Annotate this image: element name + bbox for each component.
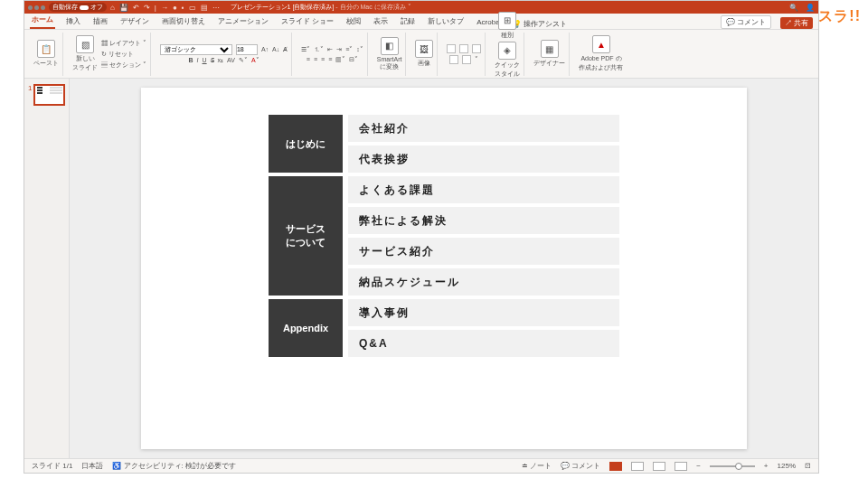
undo-icon[interactable]: ↶ <box>133 4 139 12</box>
clear-format-icon[interactable]: A̸ <box>283 46 288 53</box>
align-right-icon[interactable]: ≡ <box>321 56 325 62</box>
tab-new[interactable]: 新しいタブ <box>426 14 466 29</box>
arrange-icon: ⊞ <box>498 12 516 30</box>
shape-line-icon[interactable] <box>472 44 481 53</box>
sorter-view-icon[interactable] <box>631 462 644 471</box>
sub-icon[interactable]: x₂ <box>218 57 224 64</box>
home-icon[interactable]: ⌂ <box>110 4 115 12</box>
text-icon[interactable]: ▤ <box>201 4 208 12</box>
strike-icon[interactable]: S̶ <box>211 57 214 64</box>
comments-button[interactable]: 💬 コメント <box>721 15 771 29</box>
picture-button[interactable]: 🖼 画像 <box>415 40 433 68</box>
arrow-icon[interactable]: → <box>161 4 168 12</box>
layout-button[interactable]: ▦ レイアウト ˅ <box>101 39 146 48</box>
slide-canvas-area: はじめに会社紹介代表挨拶サービス についてよくある課題弊社による解決サービス紹介… <box>70 79 818 458</box>
zoom-slider[interactable] <box>710 465 755 467</box>
highlight-icon[interactable]: ✎˅ <box>239 57 248 64</box>
rect-icon[interactable]: ▭ <box>189 4 196 12</box>
normal-view-icon[interactable] <box>609 462 622 471</box>
section-item: 導入事例 <box>348 299 619 326</box>
increase-font-icon[interactable]: A↑ <box>261 46 269 52</box>
new-slide-button[interactable]: ▧ 新しい スライド <box>72 35 98 72</box>
quick-access-toolbar[interactable]: ⌂ 💾 ↶ ↷ | → ● ▪ ▭ ▤ ⋯ <box>110 4 220 12</box>
tab-review[interactable]: 校閲 <box>344 14 363 29</box>
zoom-in-icon[interactable]: + <box>764 462 769 470</box>
paste-button[interactable]: 📋 ペースト <box>33 40 59 68</box>
save-icon[interactable]: 💾 <box>119 4 128 12</box>
slideshow-view-icon[interactable] <box>675 462 687 471</box>
numbering-icon[interactable]: ⒈˅ <box>314 45 324 54</box>
tab-record[interactable]: 記録 <box>399 14 417 29</box>
font-color-icon[interactable]: A˅ <box>251 57 259 64</box>
section-button[interactable]: ▤ セクション ˅ <box>101 61 146 70</box>
quickstyle-button[interactable]: ◈ クイック スタイル <box>495 42 520 79</box>
align-left-icon[interactable]: ≡ <box>307 56 310 62</box>
arrange-button[interactable]: ⊞ 種別 <box>498 12 516 40</box>
smartart-button[interactable]: ◧ SmartArt に変換 <box>377 37 402 71</box>
columns-icon[interactable]: ▥˅ <box>335 56 345 63</box>
tab-insert[interactable]: 挿入 <box>64 14 82 29</box>
circle-icon[interactable]: ● <box>173 4 177 12</box>
language-indicator[interactable]: 日本語 <box>81 461 103 471</box>
picture-group: 🖼 画像 <box>411 33 438 76</box>
align-text-icon[interactable]: ⊟˅ <box>349 56 358 63</box>
justify-icon[interactable]: ≡ <box>328 56 332 62</box>
tab-transitions[interactable]: 画面切り替え <box>160 14 207 29</box>
indent-inc-icon[interactable]: ⇥ <box>336 46 342 53</box>
titlebar: 自動保存 オフ ⌂ 💾 ↶ ↷ | → ● ▪ ▭ ▤ ⋯ プレゼンテーション1… <box>24 1 818 14</box>
slide-thumbnail-1[interactable] <box>33 84 65 106</box>
designer-button[interactable]: ▦ デザイナー <box>533 40 565 68</box>
zoom-label[interactable]: 125% <box>778 462 796 470</box>
fit-window-icon[interactable]: ⊡ <box>805 462 811 470</box>
notes-button[interactable]: ≐ ノート <box>522 461 552 471</box>
font-size-input[interactable] <box>236 44 258 55</box>
align-center-icon[interactable]: ≡ <box>314 56 317 62</box>
tab-design[interactable]: デザイン <box>118 14 151 29</box>
reading-view-icon[interactable] <box>653 462 665 471</box>
tab-animations[interactable]: アニメーション <box>216 14 270 29</box>
bold-icon[interactable]: B <box>189 57 193 63</box>
tab-view[interactable]: 表示 <box>372 14 390 29</box>
tab-home[interactable]: ホーム <box>30 13 55 29</box>
redo-icon[interactable]: ↷ <box>144 4 150 12</box>
zoom-out-icon[interactable]: − <box>696 462 701 470</box>
slide-1[interactable]: はじめに会社紹介代表挨拶サービス についてよくある課題弊社による解決サービス紹介… <box>141 88 747 449</box>
toc-section: はじめに会社紹介代表挨拶 <box>269 115 619 173</box>
share-button[interactable]: ↗ 共有 <box>780 17 813 29</box>
window-controls[interactable] <box>28 5 45 10</box>
reset-button[interactable]: ↻ リセット <box>101 50 146 59</box>
user-icon[interactable]: 👤 <box>806 4 815 12</box>
autosave-toggle[interactable]: 自動保存 オフ <box>49 3 107 12</box>
text-dir-icon[interactable]: ↕˅ <box>356 46 363 53</box>
square-icon[interactable]: ▪ <box>182 4 184 12</box>
italic-icon[interactable]: I <box>197 57 199 63</box>
shape-arrow-icon[interactable] <box>449 55 458 64</box>
font-select[interactable]: 游ゴシック <box>160 44 232 55</box>
slide-counter: スライド 1/1 <box>32 461 72 471</box>
tab-slideshow[interactable]: スライド ショー <box>279 14 335 29</box>
comments-button-status[interactable]: 💬 コメント <box>561 461 600 471</box>
accessibility-check[interactable]: ♿ アクセシビリティ: 検討が必要です <box>112 461 236 471</box>
shape-rect-icon[interactable] <box>447 44 456 53</box>
spacing-icon[interactable]: AV <box>227 57 235 63</box>
shape-oval-icon[interactable] <box>459 44 468 53</box>
clipboard-icon: 📋 <box>37 40 55 58</box>
section-item: 代表挨拶 <box>348 145 619 173</box>
search-icon[interactable]: 🔍 <box>789 4 798 12</box>
smartart-group: ◧ SmartArt に変換 <box>373 33 407 76</box>
underline-icon[interactable]: U <box>203 57 207 63</box>
designer-icon: ▦ <box>541 40 559 58</box>
section-item: 会社紹介 <box>348 115 619 142</box>
decrease-font-icon[interactable]: A↓ <box>272 46 279 52</box>
line-spacing-icon[interactable]: ≡˅ <box>345 46 353 53</box>
toc-section: サービス についてよくある課題弊社による解決サービス紹介納品スケジュール <box>269 176 619 296</box>
tell-me[interactable]: 💡 操作アシスト <box>513 19 567 29</box>
tab-draw[interactable]: 描画 <box>91 14 109 29</box>
shape-star-icon[interactable] <box>462 55 471 64</box>
thumb-number: 1 <box>28 84 32 106</box>
indent-dec-icon[interactable]: ⇤ <box>327 46 333 53</box>
quickstyle-icon: ◈ <box>498 42 516 60</box>
adobe-pdf-button[interactable]: ▲ Adobe PDF の 作成および共有 <box>579 35 623 72</box>
bullets-icon[interactable]: ☰˅ <box>301 46 310 53</box>
picture-icon: 🖼 <box>415 40 433 58</box>
